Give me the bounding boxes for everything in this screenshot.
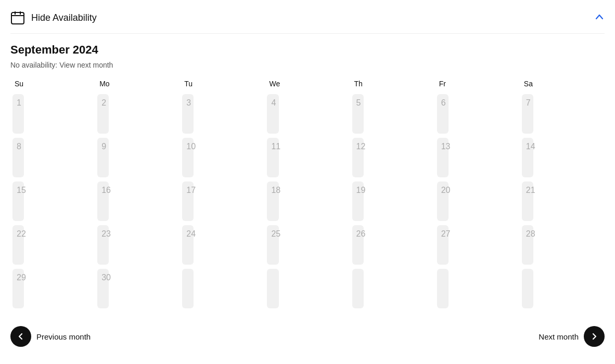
calendar-day-cell [265, 267, 350, 310]
day-number: 30 [97, 269, 109, 308]
day-number: 4 [267, 94, 278, 134]
day-number: 14 [522, 138, 533, 177]
day-number: 1 [12, 94, 24, 134]
calendar-day-cell[interactable]: 17 [180, 179, 265, 223]
calendar-day-cell[interactable]: 23 [95, 223, 180, 267]
next-month-label: Next month [539, 332, 579, 341]
calendar-day-cell[interactable]: 15 [10, 179, 95, 223]
day-number: 8 [12, 138, 24, 177]
day-number: 23 [97, 225, 109, 265]
calendar-day-cell[interactable]: 9 [95, 136, 180, 179]
day-number: 20 [437, 181, 449, 221]
calendar-day-cell[interactable]: 18 [265, 179, 350, 223]
day-number: 22 [12, 225, 24, 265]
calendar-day-cell [350, 267, 435, 310]
day-header-fr: Fr [435, 77, 520, 92]
calendar-grid: SuMoTuWeThFrSa 1234567891011121314151617… [10, 77, 605, 310]
day-number: 7 [522, 94, 533, 134]
calendar-day-cell [520, 267, 605, 310]
calendar-day-cell[interactable]: 20 [435, 179, 520, 223]
calendar-day-cell[interactable]: 29 [10, 267, 95, 310]
calendar-day-cell[interactable]: 4 [265, 92, 350, 136]
calendar-week-3: 15161718192021 [10, 179, 605, 223]
calendar-day-cell[interactable]: 16 [95, 179, 180, 223]
calendar-day-cell[interactable]: 22 [10, 223, 95, 267]
day-number: 24 [182, 225, 194, 265]
day-number: 17 [182, 181, 194, 221]
calendar-day-cell[interactable]: 14 [520, 136, 605, 179]
day-number: 25 [267, 225, 278, 265]
day-number: 15 [12, 181, 24, 221]
day-header-we: We [265, 77, 350, 92]
calendar-day-cell[interactable]: 25 [265, 223, 350, 267]
calendar-day-cell[interactable]: 7 [520, 92, 605, 136]
day-number: 16 [97, 181, 109, 221]
calendar-icon [10, 10, 25, 25]
day-number: 9 [97, 138, 109, 177]
calendar-week-1: 1234567 [10, 92, 605, 136]
calendar-day-cell[interactable]: 8 [10, 136, 95, 179]
calendar-day-cell[interactable]: 10 [180, 136, 265, 179]
day-number: 2 [97, 94, 109, 134]
calendar-day-cell[interactable]: 1 [10, 92, 95, 136]
calendar-day-cell[interactable]: 19 [350, 179, 435, 223]
calendar-day-cell[interactable]: 24 [180, 223, 265, 267]
no-availability-text: No availability: View next month [10, 61, 605, 69]
calendar-day-cell [435, 267, 520, 310]
day-number [437, 269, 449, 308]
header-left: Hide Availability [10, 10, 97, 25]
prev-arrow-icon [10, 326, 31, 347]
day-number: 3 [182, 94, 194, 134]
header-title: Hide Availability [31, 12, 97, 23]
calendar-day-cell[interactable]: 12 [350, 136, 435, 179]
calendar-week-5: 2930 [10, 267, 605, 310]
day-header-tu: Tu [180, 77, 265, 92]
svg-rect-0 [11, 12, 24, 24]
calendar-day-cell[interactable]: 26 [350, 223, 435, 267]
next-arrow-icon [584, 326, 605, 347]
prev-month-label: Previous month [36, 332, 91, 341]
calendar-day-cell[interactable]: 3 [180, 92, 265, 136]
day-header-su: Su [10, 77, 95, 92]
day-header-th: Th [350, 77, 435, 92]
calendar-day-cell[interactable]: 2 [95, 92, 180, 136]
day-header-sa: Sa [520, 77, 605, 92]
day-header-mo: Mo [95, 77, 180, 92]
calendar-day-cell[interactable]: 28 [520, 223, 605, 267]
calendar-day-cell[interactable]: 27 [435, 223, 520, 267]
month-title: September 2024 [10, 43, 605, 57]
prev-month-button[interactable]: Previous month [10, 326, 91, 347]
day-number: 26 [352, 225, 364, 265]
day-number: 12 [352, 138, 364, 177]
day-number: 18 [267, 181, 278, 221]
availability-header: Hide Availability [10, 10, 605, 34]
day-number [182, 269, 194, 308]
calendar-footer: Previous month Next month [10, 316, 605, 357]
calendar-week-4: 22232425262728 [10, 223, 605, 267]
day-number: 10 [182, 138, 194, 177]
day-number: 27 [437, 225, 449, 265]
calendar-day-cell [180, 267, 265, 310]
calendar-day-cell[interactable]: 11 [265, 136, 350, 179]
day-number: 29 [12, 269, 24, 308]
calendar-day-cell[interactable]: 21 [520, 179, 605, 223]
day-number [352, 269, 364, 308]
day-number: 28 [522, 225, 533, 265]
day-number: 11 [267, 138, 278, 177]
day-number: 6 [437, 94, 449, 134]
calendar-day-cell[interactable]: 5 [350, 92, 435, 136]
day-number [267, 269, 278, 308]
day-number: 13 [437, 138, 449, 177]
day-number [522, 269, 533, 308]
day-number: 21 [522, 181, 533, 221]
chevron-up-icon[interactable] [594, 11, 605, 24]
calendar-day-cell[interactable]: 13 [435, 136, 520, 179]
day-number: 19 [352, 181, 364, 221]
calendar-day-cell[interactable]: 6 [435, 92, 520, 136]
day-number: 5 [352, 94, 364, 134]
calendar-day-cell[interactable]: 30 [95, 267, 180, 310]
next-month-button[interactable]: Next month [539, 326, 605, 347]
calendar-week-2: 891011121314 [10, 136, 605, 179]
availability-container: Hide Availability September 2024 No avai… [0, 0, 615, 357]
